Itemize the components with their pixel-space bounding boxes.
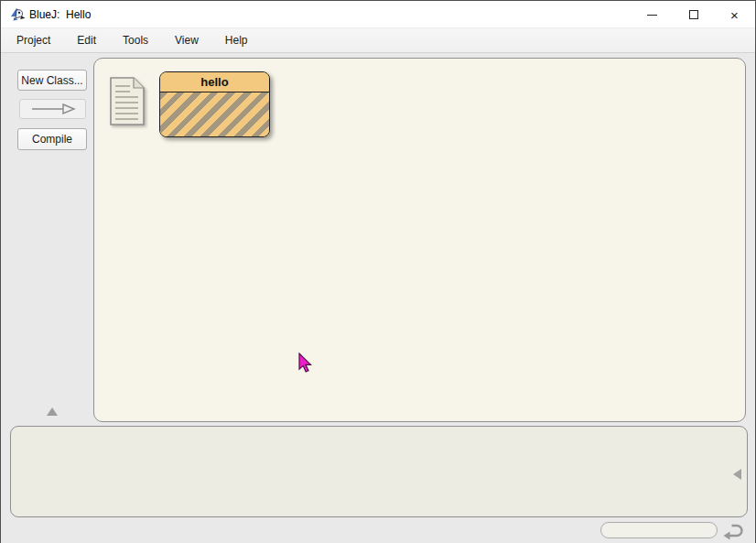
menu-view[interactable]: View <box>167 29 206 51</box>
menu-bar: Project Edit Tools View Help <box>1 28 755 53</box>
menu-project[interactable]: Project <box>9 29 58 51</box>
window-controls: × <box>632 1 755 28</box>
class-hello[interactable]: hello <box>159 71 270 137</box>
readme-document-icon[interactable] <box>110 77 145 125</box>
class-diagram-canvas[interactable]: hello <box>93 58 746 422</box>
bluej-bird-icon <box>9 6 26 23</box>
maximize-button[interactable] <box>673 1 714 28</box>
vm-activity-indicator <box>600 522 718 538</box>
bluej-main-window: BlueJ: Hello × Project Edit Tools View H… <box>0 0 756 543</box>
inheritance-arrow-button[interactable] <box>19 99 86 119</box>
class-uncompiled-stripes <box>160 92 269 137</box>
menu-tools[interactable]: Tools <box>115 29 156 51</box>
restart-vm-arrow-icon[interactable] <box>722 519 746 541</box>
compile-button[interactable]: Compile <box>17 128 87 150</box>
title-bar: BlueJ: Hello × <box>1 1 755 28</box>
minimize-icon <box>647 15 657 16</box>
close-button[interactable]: × <box>714 1 755 28</box>
collapse-codepad-triangle[interactable] <box>733 469 741 480</box>
mouse-cursor <box>298 353 313 373</box>
expand-tools-triangle[interactable] <box>47 407 58 416</box>
maximize-icon <box>689 10 698 19</box>
menu-edit[interactable]: Edit <box>70 29 103 51</box>
new-class-button[interactable]: New Class... <box>17 70 87 91</box>
inheritance-arrow-icon <box>29 103 77 115</box>
minimize-button[interactable] <box>632 1 673 28</box>
close-icon: × <box>730 8 739 22</box>
status-bar <box>1 517 755 543</box>
object-bench[interactable] <box>10 426 748 517</box>
menu-help[interactable]: Help <box>218 29 255 51</box>
window-title: BlueJ: Hello <box>29 1 91 28</box>
class-name-label: hello <box>160 72 269 92</box>
